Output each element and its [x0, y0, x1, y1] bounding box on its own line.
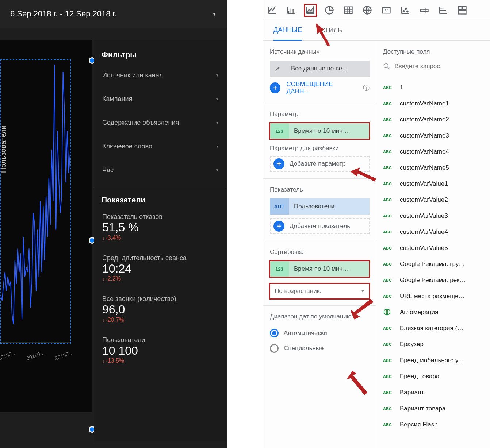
annotation-arrow — [313, 22, 332, 49]
field-row[interactable]: Агломерация — [383, 304, 484, 320]
field-row[interactable]: ABCcustomVarValue4 — [383, 224, 484, 240]
fields-search-input[interactable] — [395, 63, 485, 70]
metric-label: Показатель — [270, 186, 370, 193]
field-row[interactable]: ABCcustomVarValue3 — [383, 208, 484, 224]
annotation-arrow — [351, 299, 376, 326]
geo-chart-icon[interactable] — [361, 4, 374, 16]
field-row[interactable]: ABCБлизкая категория (… — [383, 320, 484, 336]
radio-off-icon — [270, 344, 279, 353]
svg-rect-10 — [459, 6, 462, 9]
chevron-down-icon: ▼ — [215, 168, 219, 172]
radio-custom[interactable]: Специальные — [270, 341, 370, 356]
field-row[interactable]: ABCcustomVarName3 — [383, 128, 484, 144]
abc-type-icon: ABC — [383, 262, 395, 266]
abc-type-icon: ABC — [383, 134, 395, 138]
metric-block: Все звонки (количество) 96,0 -20.7% — [94, 295, 226, 332]
field-row[interactable]: ABCGoogle Реклама: рек… — [383, 272, 484, 288]
geo-type-icon — [383, 308, 395, 317]
abc-type-icon: ABC — [383, 390, 395, 395]
svg-point-6 — [403, 10, 405, 12]
chart-type-toolbar: 2.1 — [263, 0, 490, 20]
abc-type-icon: ABC — [383, 278, 395, 282]
pencil-icon[interactable] — [270, 61, 286, 77]
add-metric-button[interactable]: + Добавьте показатель — [270, 218, 370, 234]
sort-label: Сортировка — [270, 248, 370, 256]
chevron-down-icon: ▼ — [215, 73, 219, 77]
abc-type-icon: ABC — [383, 214, 395, 218]
chevron-down-icon: ▼ — [215, 121, 219, 125]
metric-chip[interactable]: AUT Пользователи — [270, 198, 370, 215]
radio-on-icon — [270, 329, 279, 337]
scorecard-icon[interactable]: 2.1 — [380, 4, 393, 16]
abc-type-icon: ABC — [383, 101, 395, 106]
table-icon[interactable] — [342, 4, 355, 16]
abc-type-icon: ABC — [383, 85, 395, 90]
field-row[interactable]: ABCВариант — [383, 385, 484, 401]
filter-row[interactable]: Кампания▼ — [94, 87, 226, 111]
abc-type-icon: ABC — [383, 198, 395, 202]
svg-point-8 — [407, 11, 408, 12]
metric-block: Сред. длительность сеанса 10:24 -2.2% — [94, 254, 226, 291]
field-row[interactable]: ABCcustomVarName1 — [383, 96, 484, 112]
abc-type-icon: ABC — [383, 117, 395, 122]
metrics-header: Показатели — [94, 188, 226, 209]
bullet-chart-icon[interactable] — [418, 4, 430, 16]
field-row[interactable]: ABCGoogle Реклама: гру… — [383, 256, 484, 272]
abc-type-icon: ABC — [383, 358, 395, 363]
plus-icon: + — [273, 221, 284, 232]
chevron-down-icon: ▼ — [361, 289, 365, 293]
field-row[interactable]: ABCcustomVarName4 — [383, 144, 484, 160]
field-row[interactable]: ABCВариант товара — [383, 401, 484, 417]
data-source-chip[interactable]: Все данные по ве… — [270, 61, 370, 77]
pivot-chart-icon[interactable] — [456, 4, 468, 16]
available-fields-label: Доступные поля — [383, 48, 484, 55]
tab-data[interactable]: ДАННЫЕ — [273, 20, 302, 41]
field-row[interactable]: ABC1 — [383, 80, 484, 96]
area-chart-icon[interactable] — [304, 4, 317, 16]
y-axis-label: Пользователи — [0, 125, 8, 173]
field-row[interactable]: ABCURL места размеще… — [383, 288, 484, 304]
bar-chart-icon[interactable] — [285, 4, 298, 16]
field-row[interactable]: ABCcustomVarName2 — [383, 112, 484, 128]
abc-type-icon: ABC — [383, 166, 395, 170]
field-row[interactable]: ABCcustomVarValue5 — [383, 240, 484, 256]
field-row[interactable]: ABCВерсия Flash — [383, 417, 484, 433]
filter-row[interactable]: Ключевое слово▼ — [94, 135, 226, 158]
radio-auto[interactable]: Автоматически — [270, 325, 370, 341]
plus-icon: + — [270, 82, 280, 93]
line-chart-icon[interactable] — [266, 4, 279, 16]
time-series-chart[interactable]: Пользователи 20180… 20180… 20180… — [0, 59, 71, 344]
field-row[interactable]: ABCБренд товара — [383, 368, 484, 385]
filter-row[interactable]: Источник или канал▼ — [94, 63, 226, 87]
scatter-chart-icon[interactable] — [399, 4, 411, 16]
chevron-down-icon: ▼ — [215, 97, 219, 101]
svg-text:2.1: 2.1 — [384, 8, 389, 12]
filter-row[interactable]: Час▼ — [94, 158, 226, 182]
x-axis-ticks: 20180… 20180… 20180… — [0, 352, 78, 358]
properties-panel: 2.1 ДАННЫЕ СТИЛЬ Источник данных Все дан… — [263, 0, 490, 448]
date-range-selector[interactable]: 6 Sep 2018 г. - 12 Sep 2018 г. ▼ — [0, 0, 227, 28]
data-source-label: Источник данных — [270, 48, 370, 55]
sort-chip[interactable]: 123 Время по 10 мин… — [270, 261, 370, 277]
field-row[interactable]: ABCБренд мобильного у… — [383, 352, 484, 368]
barh-chart-icon[interactable] — [437, 4, 449, 16]
filters-header: Фильтры — [94, 43, 226, 63]
dimension-chip[interactable]: 123 Время по 10 мин… — [270, 123, 370, 139]
field-row[interactable]: ABCcustomVarName5 — [383, 160, 484, 176]
abc-type-icon: ABC — [383, 182, 395, 186]
abc-type-icon: ABC — [383, 326, 395, 331]
pie-chart-icon[interactable] — [323, 4, 336, 16]
annotation-arrow — [351, 164, 376, 187]
fields-search[interactable] — [383, 58, 484, 74]
filter-row[interactable]: Содержание объявления▼ — [94, 111, 226, 135]
sort-direction-select[interactable]: По возрастанию ▼ — [270, 283, 370, 299]
field-row[interactable]: ABCБраузер — [383, 336, 484, 352]
field-row[interactable]: ABCcustomVarValue2 — [383, 192, 484, 208]
chevron-down-icon: ▼ — [212, 11, 217, 17]
fields-panel: Доступные поля ABC1ABCcustomVarName1ABCc… — [376, 41, 490, 448]
field-row[interactable]: ABCcustomVarValue1 — [383, 176, 484, 192]
date-range-value: 6 Sep 2018 г. - 12 Sep 2018 г. — [10, 9, 117, 19]
abc-type-icon: ABC — [383, 230, 395, 234]
blend-data-button[interactable]: + СОВМЕЩЕНИЕ ДАНН… ⓘ — [270, 80, 370, 96]
metric-block: Пользователи 10 100 -13.5% — [94, 336, 226, 373]
